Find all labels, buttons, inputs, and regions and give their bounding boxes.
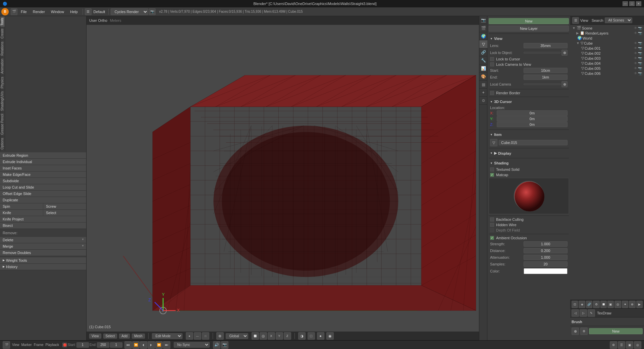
tab-animation[interactable]: Animation	[0, 57, 5, 75]
clip-start-value[interactable]: 10cm	[524, 68, 568, 73]
render-tab[interactable]: 📷	[479, 16, 487, 24]
shading-section-header[interactable]: Shading	[489, 160, 569, 166]
menu-help[interactable]: Help	[67, 9, 80, 14]
constraints-tab[interactable]: 🔗	[479, 48, 487, 56]
bp-icon10[interactable]: ▶	[636, 301, 643, 308]
mesh-menu-btn[interactable]: Mesh	[132, 334, 145, 339]
offset-edge-slide-btn[interactable]: Offset Edge Slide	[0, 191, 86, 197]
render-border-checkbox[interactable]	[490, 91, 494, 95]
local-camera-value[interactable]	[524, 84, 561, 85]
view-btn[interactable]: View	[580, 18, 588, 22]
menu-render[interactable]: Render	[30, 9, 48, 14]
mode-selector[interactable]: Edit Mode Object Mode	[152, 333, 182, 339]
view-menu-btn[interactable]: View	[89, 334, 101, 339]
cube004-item[interactable]: ▽ Cube.004 👁 📷	[579, 61, 643, 66]
bp-icon1[interactable]: ⊡	[572, 301, 578, 308]
minimize-btn[interactable]: —	[623, 1, 628, 6]
status-settings1[interactable]: ⚙	[610, 341, 617, 349]
status-settings3[interactable]: ▣	[626, 341, 633, 349]
ao-checkbox[interactable]: ✓	[490, 236, 494, 240]
engine-selector[interactable]: Cycles Render Blender Render Blender Gam…	[111, 8, 148, 15]
lock-cursor-checkbox[interactable]	[490, 57, 494, 61]
remove-doubles-btn[interactable]: Remove Doubles	[0, 250, 86, 256]
backface-culling-checkbox[interactable]	[490, 217, 494, 221]
vert-mode-btn[interactable]: ●	[186, 332, 193, 340]
scene-render-icon[interactable]: 📷	[638, 26, 642, 30]
scene-root-item[interactable]: ▼ 🎬 Scene 👁 📷	[571, 26, 643, 31]
bisect-btn[interactable]: Bisect	[0, 222, 86, 229]
td-icon1[interactable]: ◁	[572, 309, 579, 317]
extrude-individual-btn[interactable]: Extrude Individual	[0, 159, 86, 165]
ao-color-swatch[interactable]	[524, 268, 568, 274]
bp-icon8[interactable]: ✦	[622, 301, 628, 308]
tab-grease-pencil[interactable]: Grease Pencil	[0, 112, 5, 136]
status-settings2[interactable]: ☰	[618, 341, 625, 349]
scene-icon-btn[interactable]: 🎬	[11, 8, 17, 15]
scene-tab[interactable]: 🎬	[479, 24, 487, 32]
screw-btn[interactable]: Screw	[43, 203, 86, 210]
world-item[interactable]: 🌍 World	[575, 36, 643, 41]
status-frame[interactable]: Frame	[34, 343, 44, 347]
ao-samples-value[interactable]: 20	[524, 261, 568, 267]
bp-icon9[interactable]: ⊕	[629, 301, 635, 308]
view-section-header[interactable]: View	[489, 35, 569, 42]
data-tab[interactable]: 📊	[479, 64, 487, 72]
knife-project-btn[interactable]: Knife Project	[0, 216, 86, 222]
make-edge-face-btn[interactable]: Make Edge/Face	[0, 171, 86, 178]
render-layers-item[interactable]: ▶ 📋 RenderLayers 👁 📷	[575, 31, 643, 36]
tab-tools[interactable]: Tools	[0, 16, 5, 27]
cube-item[interactable]: ▼ ▽ Cube 👁 📷	[575, 41, 643, 46]
mirror-x-btn[interactable]: X	[268, 332, 275, 340]
ao-strength-value[interactable]: 1.000	[524, 241, 568, 247]
tab-physics[interactable]: Physics	[0, 75, 5, 90]
play-start-btn[interactable]: ⏮	[124, 341, 132, 349]
start-val[interactable]: 1	[76, 342, 89, 348]
physics-tab[interactable]: ⚙	[479, 97, 487, 105]
particles-tab[interactable]: ✦	[479, 89, 487, 97]
cursor-y-value[interactable]: 0m	[497, 116, 568, 121]
display-section-header[interactable]: ▶ Display	[489, 150, 569, 157]
menu-file[interactable]: File	[18, 9, 30, 14]
viewport-3d[interactable]: X Y Z (1) Cube.015	[87, 25, 479, 332]
cube003-item[interactable]: ▽ Cube.003 👁 📷	[579, 56, 643, 61]
bp-icon2[interactable]: ◈	[579, 301, 585, 308]
matcap-preview-container[interactable]	[489, 178, 569, 214]
shading-wire-btn[interactable]: □	[308, 332, 315, 340]
loop-cut-slide-btn[interactable]: Loop Cut and Slide	[0, 184, 86, 191]
bp-icon4[interactable]: ⚙	[593, 301, 599, 308]
select-menu-btn[interactable]: Select	[103, 334, 117, 339]
cursor-section-header[interactable]: 3D Cursor	[489, 98, 569, 105]
local-camera-eyedropper[interactable]: ⊕	[561, 81, 568, 87]
status-playback[interactable]: Playback	[46, 343, 59, 347]
mirror-z-btn[interactable]: Z	[284, 332, 291, 340]
bp-icon6[interactable]: ▣	[607, 301, 614, 308]
cube001-item[interactable]: ▽ Cube.001 👁 📷	[579, 46, 643, 51]
merge-btn[interactable]: Merge	[0, 243, 86, 250]
subdivide-btn[interactable]: Subdivide	[0, 178, 86, 184]
new-btn[interactable]: New	[489, 18, 569, 24]
shading-solid-btn[interactable]: ◑	[298, 332, 306, 340]
brush-settings-icon[interactable]: ⚙	[580, 328, 588, 335]
step-val[interactable]: 1	[110, 342, 122, 348]
play-fwd-btn[interactable]: ⏵	[148, 341, 155, 349]
search-btn[interactable]: Search	[592, 18, 603, 22]
history-header[interactable]: History	[0, 264, 86, 270]
status-marker[interactable]: Marker	[21, 343, 32, 347]
scene-selector[interactable]: All Scenes	[605, 17, 632, 23]
status-audio-icon[interactable]: 🔊	[213, 341, 220, 349]
play-rev-btn[interactable]: ⏴	[140, 341, 147, 349]
delete-btn[interactable]: Delete	[0, 237, 86, 243]
scene-eye-icon[interactable]: 👁	[634, 26, 637, 30]
bp-icon3[interactable]: 🔗	[586, 301, 592, 308]
status-settings4[interactable]: ◎	[634, 341, 641, 349]
hidden-wire-checkbox[interactable]	[490, 223, 494, 227]
ao-attenuation-value[interactable]: 1.000	[524, 255, 568, 260]
clip-end-value[interactable]: 1km	[524, 74, 568, 80]
tab-relations[interactable]: Relations	[0, 40, 5, 57]
proportional-btn[interactable]: ◎	[260, 332, 267, 340]
lock-camera-checkbox[interactable]	[490, 62, 494, 66]
tab-options[interactable]: Options	[0, 136, 5, 151]
sync-selector[interactable]: No Sync Frame Dropping AV-sync	[174, 342, 210, 348]
pivot-btn[interactable]: ⊕	[216, 332, 224, 340]
lens-value[interactable]: 35mm	[524, 43, 568, 48]
